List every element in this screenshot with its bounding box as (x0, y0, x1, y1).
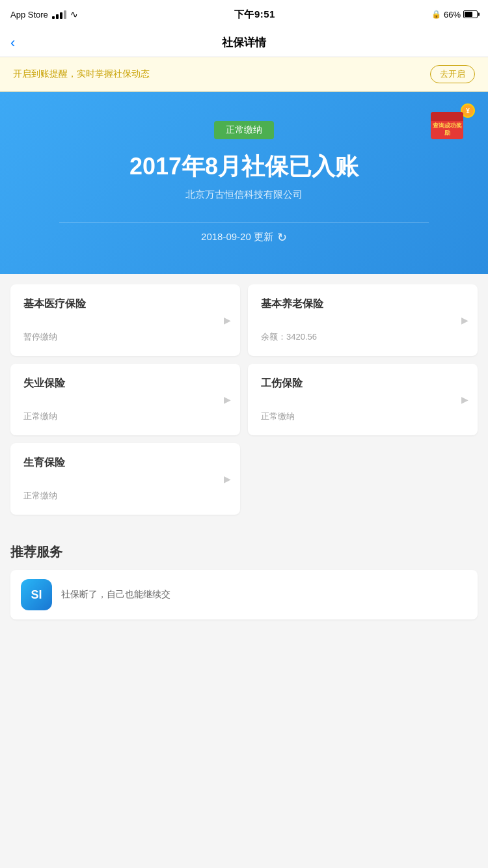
refresh-icon[interactable]: ↻ (277, 230, 287, 245)
update-date-text: 2018-09-20 更新 (201, 231, 273, 243)
insurance-cards-section: 基本医疗保险 暂停缴纳 ▶ 基本养老保险 余额：3420.56 ▶ 失业保险 正… (0, 274, 488, 533)
hero-title: 2017年8月社保已入账 (129, 152, 359, 180)
status-left: App Store ∿ (10, 9, 78, 20)
maternity-row: 生育保险 正常缴纳 ▶ (10, 443, 478, 515)
chevron-right-icon: ▶ (224, 394, 231, 405)
workinjury-insurance-status: 正常缴纳 (261, 411, 467, 422)
status-right: 🔒 66% (431, 10, 478, 20)
chevron-right-icon: ▶ (461, 315, 468, 325)
hero-section: ¥ 查询成功奖励 正常缴纳 2017年8月社保已入账 北京万古恒信科技有限公司 … (0, 92, 488, 274)
reward-badge[interactable]: ¥ 查询成功奖励 (426, 102, 478, 154)
battery-fill (465, 12, 472, 17)
medical-insurance-title: 基本医疗保险 (23, 297, 230, 311)
workinjury-insurance-card[interactable]: 工伤保险 正常缴纳 ▶ (248, 364, 478, 435)
insurance-cards-grid: 基本医疗保险 暂停缴纳 ▶ 基本养老保险 余额：3420.56 ▶ 失业保险 正… (10, 284, 478, 435)
page-title: 社保详情 (222, 35, 266, 50)
medical-insurance-status: 暂停缴纳 (23, 331, 230, 343)
recommend-item-icon: SI (21, 579, 52, 610)
maternity-insurance-status: 正常缴纳 (23, 490, 230, 502)
recommend-item[interactable]: SI 社保断了，自己也能继续交 (10, 570, 478, 619)
battery-icon (463, 10, 478, 18)
battery-percent: 66% (444, 10, 461, 20)
nav-bar: ‹ 社保详情 (0, 29, 488, 57)
back-button[interactable]: ‹ (10, 34, 15, 51)
pension-insurance-title: 基本养老保险 (261, 297, 467, 311)
hero-divider (59, 222, 429, 223)
workinjury-insurance-title: 工伤保险 (261, 377, 467, 390)
recommend-item-text: 社保断了，自己也能继续交 (61, 589, 170, 601)
lock-icon: 🔒 (431, 10, 441, 19)
chevron-right-icon: ▶ (461, 394, 468, 405)
chevron-right-icon: ▶ (224, 474, 231, 484)
recommend-section: 推荐服务 SI 社保断了，自己也能继续交 (0, 533, 488, 625)
hero-update: 2018-09-20 更新 ↻ (201, 230, 287, 245)
reward-text: 查询成功奖励 (431, 122, 463, 137)
unemployment-insurance-card[interactable]: 失业保险 正常缴纳 ▶ (10, 364, 240, 435)
chevron-right-icon: ▶ (224, 315, 231, 325)
status-bar: App Store ∿ 下午9:51 🔒 66% (0, 0, 488, 29)
status-time: 下午9:51 (234, 8, 275, 21)
red-envelope-icon: 查询成功奖励 (431, 112, 463, 139)
pension-insurance-card[interactable]: 基本养老保险 余额：3420.56 ▶ (248, 284, 478, 356)
wifi-icon: ∿ (70, 9, 78, 20)
maternity-insurance-title: 生育保险 (23, 456, 230, 470)
unemployment-insurance-status: 正常缴纳 (23, 411, 230, 422)
hero-company: 北京万古恒信科技有限公司 (185, 189, 303, 201)
recommend-section-title: 推荐服务 (10, 543, 478, 561)
maternity-insurance-card[interactable]: 生育保险 正常缴纳 ▶ (10, 443, 240, 515)
enable-reminder-button[interactable]: 去开启 (430, 65, 475, 83)
pension-insurance-status: 余额：3420.56 (261, 331, 467, 343)
signal-bars-icon (52, 10, 66, 19)
medical-insurance-card[interactable]: 基本医疗保险 暂停缴纳 ▶ (10, 284, 240, 356)
app-store-label: App Store (10, 10, 48, 20)
notification-banner: 开启到账提醒，实时掌握社保动态 去开启 (0, 57, 488, 92)
banner-text: 开启到账提醒，实时掌握社保动态 (13, 68, 150, 80)
unemployment-insurance-title: 失业保险 (23, 377, 230, 390)
payment-status-badge: 正常缴纳 (214, 121, 274, 139)
